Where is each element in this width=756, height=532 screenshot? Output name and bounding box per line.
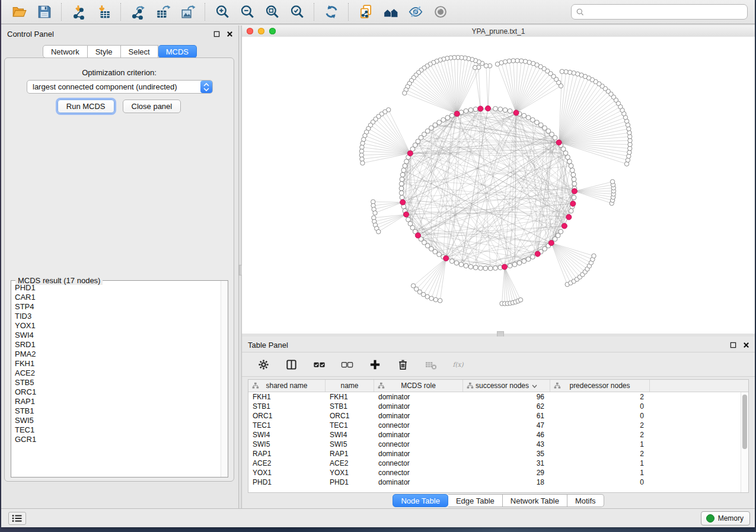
function-icon: f(x) (451, 357, 466, 372)
import-table-icon[interactable] (92, 1, 116, 23)
export-table-icon[interactable] (151, 1, 175, 23)
mcds-result-item[interactable]: ACE2 (15, 368, 221, 378)
tab-select[interactable]: Select (121, 45, 158, 58)
gear-icon[interactable] (256, 357, 271, 372)
mcds-result-item[interactable]: FKH1 (15, 359, 221, 368)
table-row[interactable]: ORC1ORC1dominator610 (248, 411, 748, 421)
clone-network-icon[interactable] (354, 1, 378, 23)
export-network-icon[interactable] (126, 1, 150, 23)
mcds-result-list: PHD1CAR1STP4TID3YOX1SWI4SRD1PMA2FKH1ACE2… (11, 281, 221, 477)
hide-eye-icon[interactable] (404, 1, 428, 23)
zoom-fit-icon[interactable] (260, 1, 284, 23)
search-box[interactable] (571, 4, 748, 20)
network-titlebar: YPA_prune.txt_1 (242, 25, 755, 37)
table-row[interactable]: PHD1PHD1dominator180 (248, 477, 748, 487)
refresh-icon[interactable] (320, 1, 343, 23)
search-input[interactable] (585, 5, 747, 18)
tab-mcds[interactable]: MCDS (158, 45, 197, 58)
table-row[interactable]: STB1STB1dominator620 (248, 402, 748, 411)
network-canvas[interactable] (242, 37, 755, 334)
network-window: YPA_prune.txt_1 (242, 25, 755, 334)
column-header-MCDS-role[interactable]: MCDS role (374, 380, 463, 392)
tab-network[interactable]: Network (43, 45, 88, 58)
mcds-result-item[interactable]: SWI5 (15, 416, 221, 425)
svg-text:f(x): f(x) (452, 361, 464, 368)
table-panel-title: Table Panel (248, 341, 288, 350)
float-table-panel-icon[interactable] (729, 341, 737, 349)
column-header-successor-nodes[interactable]: successor nodes (463, 380, 550, 392)
mcds-result-item[interactable]: STB5 (15, 378, 221, 387)
close-panel-icon[interactable] (226, 30, 234, 38)
open-folder-icon[interactable] (8, 1, 31, 23)
criterion-value: largest connected component (undirected) (27, 82, 200, 91)
save-icon[interactable] (33, 1, 56, 23)
control-panel-tabs: NetworkStyleSelectMCDS (43, 45, 197, 58)
run-mcds-button[interactable]: Run MCDS (58, 100, 114, 113)
main-toolbar (1, 0, 755, 24)
zoom-in-icon[interactable] (210, 1, 234, 23)
mcds-result-item[interactable]: GCR1 (15, 435, 221, 444)
close-panel-button[interactable]: Close panel (123, 100, 181, 113)
mcds-result-item[interactable]: TID3 (15, 312, 221, 321)
float-panel-icon[interactable] (213, 30, 221, 38)
criterion-dropdown[interactable]: largest connected component (undirected) (27, 80, 213, 94)
mcds-result-item[interactable]: CAR1 (15, 293, 221, 302)
mcds-result-item[interactable]: SWI4 (15, 331, 221, 340)
mcds-result-item[interactable]: YOX1 (15, 321, 221, 331)
org-chart-icon (252, 382, 259, 391)
memory-button[interactable]: Memory (701, 511, 750, 525)
tab-edge-table[interactable]: Edge Table (448, 494, 503, 507)
tab-motifs[interactable]: Motifs (567, 494, 604, 507)
mcds-result-item[interactable]: STP4 (15, 302, 221, 312)
table-row[interactable]: SWI5SWI5connector431 (248, 440, 748, 449)
clear-table-icon (423, 357, 438, 372)
table-scrollbar-thumb[interactable] (742, 395, 747, 449)
show-eye-icon (429, 1, 452, 23)
close-table-panel-icon[interactable] (742, 341, 750, 349)
table-row[interactable]: RAP1RAP1dominator352 (248, 449, 748, 459)
import-network-icon[interactable] (67, 1, 91, 23)
tab-network-table[interactable]: Network Table (503, 494, 567, 507)
memory-status-icon (706, 514, 714, 523)
column-header-name[interactable]: name (326, 380, 374, 392)
table-row[interactable]: ACE2ACE2connector311 (248, 459, 748, 468)
status-bar: Memory (1, 508, 755, 527)
mcds-panel: Optimization criterion: largest connecte… (4, 57, 234, 482)
tab-node-table[interactable]: Node Table (393, 494, 448, 507)
dropdown-stepper-icon (200, 81, 212, 93)
export-image-icon[interactable] (176, 1, 200, 23)
column-header-shared-name[interactable]: shared name (248, 380, 326, 392)
mcds-result-item[interactable]: SRD1 (15, 340, 221, 350)
org-chart-icon (378, 382, 385, 391)
tab-style[interactable]: Style (88, 45, 121, 58)
sort-desc-icon (532, 382, 537, 390)
zoom-selected-icon[interactable] (285, 1, 309, 23)
deselect-all-icon[interactable] (339, 357, 355, 372)
home-icon[interactable] (379, 1, 403, 23)
column-header-predecessor-nodes[interactable]: predecessor nodes (550, 380, 650, 392)
task-history-button[interactable] (8, 512, 26, 525)
table-row[interactable]: SWI4SWI4dominator462 (248, 430, 748, 440)
criterion-label: Optimization criterion: (5, 68, 234, 77)
mcds-result-group: MCDS result (17 nodes) PHD1CAR1STP4TID3Y… (11, 276, 228, 477)
select-all-icon[interactable] (311, 357, 327, 372)
mcds-result-item[interactable]: PMA2 (15, 350, 221, 359)
control-panel: Control Panel NetworkStyleSelectMCDS Opt… (1, 25, 238, 508)
org-chart-icon (467, 382, 474, 391)
mcds-result-item[interactable]: ORC1 (15, 387, 221, 397)
add-icon[interactable] (367, 357, 382, 372)
columns-icon[interactable] (283, 357, 299, 372)
zoom-out-icon[interactable] (235, 1, 259, 23)
table-panel: Table Panel f(x) shared namenameMCDS rol… (242, 336, 755, 508)
table-row[interactable]: YOX1YOX1connector291 (248, 468, 748, 477)
mcds-result-item[interactable]: TEC1 (15, 425, 221, 435)
delete-icon[interactable] (395, 357, 410, 372)
table-row[interactable]: TEC1TEC1connector472 (248, 421, 748, 430)
mcds-result-item[interactable]: RAP1 (15, 397, 221, 406)
mcds-list-scrollbar[interactable] (221, 281, 228, 477)
toolbar-separator (205, 3, 206, 21)
table-row[interactable]: FKH1FKH1dominator962 (248, 392, 748, 402)
toolbar-separator (61, 3, 62, 21)
mcds-result-item[interactable]: STB1 (15, 406, 221, 416)
table-toolbar: f(x) (242, 352, 755, 377)
